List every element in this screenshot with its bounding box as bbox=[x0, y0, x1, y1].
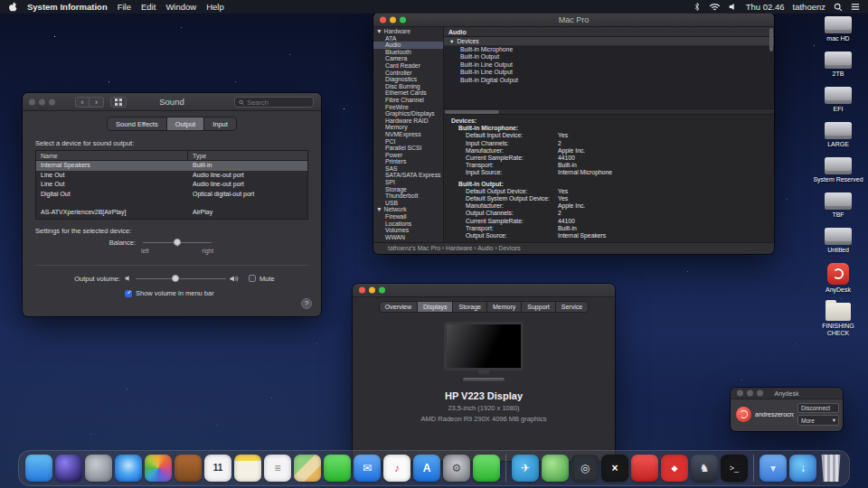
sidebar-item[interactable]: Printers bbox=[373, 158, 443, 165]
device-row[interactable]: Built-in Output bbox=[444, 53, 774, 61]
sidebar-item[interactable]: Bluetooth bbox=[373, 49, 443, 56]
dock-icon[interactable]: ≡ bbox=[264, 455, 291, 482]
dock-icon[interactable] bbox=[25, 455, 52, 482]
sidebar-item[interactable]: ▼ Hardware bbox=[373, 28, 443, 35]
system-information-titlebar[interactable]: Mac Pro bbox=[373, 13, 774, 27]
desktop-icon[interactable]: LARGE bbox=[810, 122, 866, 148]
more-button[interactable]: More ▾ bbox=[797, 415, 839, 426]
desktop-icon[interactable]: AnyDesk bbox=[810, 263, 866, 294]
dock-folder-icon[interactable]: ▾ bbox=[760, 455, 787, 482]
sidebar-item[interactable]: SATA/SATA Express bbox=[373, 172, 443, 179]
search-input[interactable] bbox=[247, 99, 309, 107]
sidebar-item[interactable]: FireWire bbox=[373, 104, 443, 111]
minimize-button[interactable] bbox=[369, 287, 375, 294]
search-field[interactable] bbox=[234, 97, 314, 108]
menu-item[interactable]: Help bbox=[206, 2, 224, 12]
sidebar-item[interactable]: PCI bbox=[373, 138, 443, 145]
minimize-button[interactable] bbox=[390, 16, 396, 23]
dock-icon[interactable]: 11 bbox=[204, 455, 231, 482]
column-type[interactable]: Type bbox=[188, 151, 307, 160]
sound-tab[interactable]: Sound Effects bbox=[108, 117, 167, 130]
dock-icon[interactable] bbox=[631, 455, 658, 482]
sidebar-item[interactable]: Diagnostics bbox=[373, 76, 443, 83]
app-menu-title[interactable]: System Information bbox=[27, 2, 108, 12]
anydesk-titlebar[interactable]: Anydesk bbox=[731, 388, 843, 399]
mute-checkbox[interactable]: Mute bbox=[249, 275, 275, 283]
dock-icon[interactable] bbox=[85, 455, 112, 482]
dock-icon[interactable]: ✉ bbox=[354, 455, 381, 482]
sidebar-item[interactable]: SPI bbox=[373, 179, 443, 186]
dock-icon[interactable]: ◎ bbox=[571, 455, 599, 482]
desktop-icon[interactable]: mac HD bbox=[810, 16, 866, 42]
wifi-icon[interactable] bbox=[709, 3, 721, 12]
desktop-icon[interactable]: EFI bbox=[810, 87, 866, 113]
show-all-button[interactable] bbox=[110, 97, 127, 108]
dock-icon[interactable] bbox=[294, 455, 321, 482]
desktop-icon[interactable]: Untitled bbox=[810, 228, 866, 254]
about-tab[interactable]: Displays bbox=[418, 302, 453, 312]
sidebar-item[interactable]: Power bbox=[373, 152, 443, 159]
close-button[interactable] bbox=[359, 287, 365, 294]
sound-tab[interactable]: Input bbox=[204, 117, 236, 130]
column-name[interactable]: Name bbox=[36, 151, 188, 160]
sidebar-item[interactable]: Controller bbox=[373, 70, 443, 77]
dock-icon[interactable] bbox=[473, 455, 500, 482]
checkbox-box[interactable] bbox=[249, 275, 256, 282]
help-button[interactable]: ? bbox=[301, 298, 312, 309]
table-row[interactable]: Digital Out Optical digital-out port bbox=[36, 190, 307, 200]
devices-group-row[interactable]: ▼Devices bbox=[444, 37, 774, 46]
sidebar-item[interactable]: Parallel SCSI bbox=[373, 145, 443, 152]
volume-icon[interactable] bbox=[729, 3, 738, 11]
sidebar-item[interactable]: Thunderbolt bbox=[373, 192, 443, 200]
output-volume-slider[interactable] bbox=[136, 274, 226, 283]
zoom-button[interactable] bbox=[400, 16, 406, 23]
sidebar-item[interactable]: Fibre Channel bbox=[373, 97, 443, 104]
menu-item[interactable]: Window bbox=[165, 2, 196, 12]
dock-icon[interactable]: >_ bbox=[721, 455, 748, 482]
sidebar-item[interactable]: WWAN bbox=[373, 234, 443, 241]
dock-icon[interactable]: ◆ bbox=[661, 455, 688, 482]
dock-icon[interactable]: ♞ bbox=[691, 455, 718, 482]
sidebar-item[interactable]: Storage bbox=[373, 186, 443, 193]
sound-titlebar[interactable]: ‹ › Sound bbox=[23, 93, 321, 111]
dock-icon[interactable]: ⚙ bbox=[443, 455, 470, 482]
balance-slider[interactable] bbox=[143, 238, 212, 247]
sidebar-item[interactable]: ATA bbox=[373, 35, 443, 42]
bluetooth-icon[interactable] bbox=[693, 2, 701, 12]
minimize-button[interactable] bbox=[39, 99, 45, 105]
dock-icon[interactable] bbox=[175, 455, 202, 482]
dock-icon[interactable]: ♪ bbox=[383, 455, 410, 482]
sidebar-item[interactable]: Hardware RAID bbox=[373, 117, 443, 125]
sidebar-item[interactable]: NVMExpress bbox=[373, 131, 443, 138]
desktop-icon[interactable]: 2TB bbox=[810, 52, 866, 78]
sidebar-item[interactable]: Memory bbox=[373, 124, 443, 131]
device-row[interactable]: Built-in Line Output bbox=[444, 69, 774, 76]
table-row[interactable]: Line Out Audio line-out port bbox=[36, 180, 307, 190]
sidebar-item[interactable]: Disc Burning bbox=[373, 83, 443, 90]
checkbox-box[interactable] bbox=[125, 290, 132, 297]
zoom-button[interactable] bbox=[49, 99, 55, 105]
desktop-icon[interactable]: TBF bbox=[810, 192, 866, 219]
table-row[interactable]: Internal Speakers Built-in bbox=[36, 161, 307, 171]
slider-knob[interactable] bbox=[174, 239, 181, 246]
device-row[interactable]: Built-in Line Output bbox=[444, 61, 774, 69]
sidebar-item[interactable]: Graphics/Displays bbox=[373, 110, 443, 117]
disclosure-triangle-icon[interactable]: ▼ bbox=[449, 39, 454, 44]
about-tab[interactable]: Memory bbox=[487, 302, 522, 312]
close-button[interactable] bbox=[737, 390, 743, 397]
show-volume-checkbox[interactable]: Show volume in menu bar bbox=[125, 289, 321, 297]
sidebar-item[interactable]: Camera bbox=[373, 55, 443, 62]
slider-knob[interactable] bbox=[172, 275, 179, 282]
dock-icon[interactable] bbox=[55, 455, 82, 482]
sidebar-item[interactable]: Volumes bbox=[373, 227, 443, 234]
dock-icon[interactable]: A bbox=[413, 455, 440, 482]
close-button[interactable] bbox=[380, 16, 386, 23]
table-row[interactable]: Line Out Audio line-out port bbox=[36, 171, 307, 181]
about-tab[interactable]: Overview bbox=[380, 302, 418, 312]
dock-icon[interactable] bbox=[542, 455, 569, 482]
sidebar-item[interactable]: USB bbox=[373, 200, 443, 207]
horizontal-scrollbar[interactable] bbox=[444, 108, 774, 115]
zoom-button[interactable] bbox=[757, 390, 763, 397]
scrollbar-thumb[interactable] bbox=[445, 110, 499, 114]
dock-icon[interactable] bbox=[234, 455, 261, 482]
